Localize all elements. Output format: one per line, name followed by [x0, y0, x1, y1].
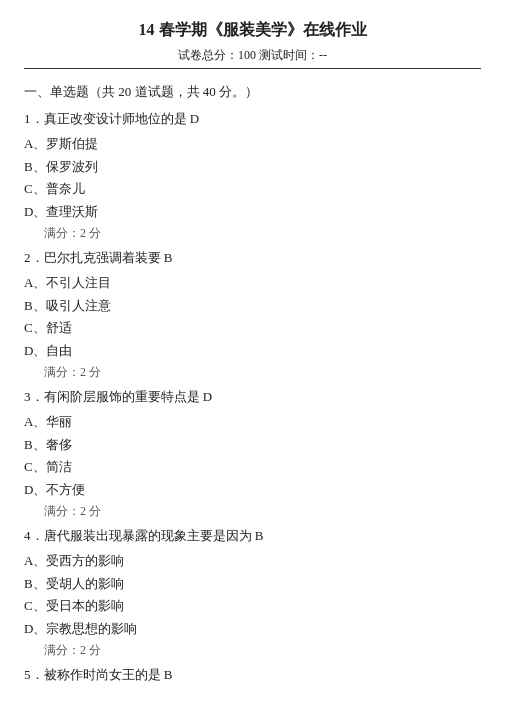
option-3-A: A、华丽: [24, 412, 481, 433]
option-2-D: D、自由: [24, 341, 481, 362]
question-block-2: 2．巴尔扎克强调着装要 BA、不引人注目B、吸引人注意C、舒适D、自由满分：2 …: [24, 248, 481, 381]
option-4-A: A、受西方的影响: [24, 551, 481, 572]
question-block-5: 5．被称作时尚女王的是 B: [24, 665, 481, 686]
option-4-D: D、宗教思想的影响: [24, 619, 481, 640]
question-block-3: 3．有闲阶层服饰的重要特点是 DA、华丽B、奢侈C、简洁D、不方便满分：2 分: [24, 387, 481, 520]
question-block-1: 1．真正改变设计师地位的是 DA、罗斯伯提B、保罗波列C、普奈儿D、查理沃斯满分…: [24, 109, 481, 242]
option-2-C: C、舒适: [24, 318, 481, 339]
page-title: 14 春学期《服装美学》在线作业: [24, 20, 481, 41]
question-text-5: 5．被称作时尚女王的是 B: [24, 665, 481, 686]
option-3-D: D、不方便: [24, 480, 481, 501]
option-1-C: C、普奈儿: [24, 179, 481, 200]
question-text-2: 2．巴尔扎克强调着装要 B: [24, 248, 481, 269]
option-4-C: C、受日本的影响: [24, 596, 481, 617]
option-1-A: A、罗斯伯提: [24, 134, 481, 155]
question-block-4: 4．唐代服装出现暴露的现象主要是因为 BA、受西方的影响B、受胡人的影响C、受日…: [24, 526, 481, 659]
score-line-2: 满分：2 分: [44, 364, 481, 381]
option-2-A: A、不引人注目: [24, 273, 481, 294]
score-line-3: 满分：2 分: [44, 503, 481, 520]
option-3-B: B、奢侈: [24, 435, 481, 456]
score-line-4: 满分：2 分: [44, 642, 481, 659]
section-header: 一、单选题（共 20 道试题，共 40 分。）: [24, 83, 481, 101]
score-line-1: 满分：2 分: [44, 225, 481, 242]
option-3-C: C、简洁: [24, 457, 481, 478]
meta-line: 试卷总分：100 测试时间：--: [24, 47, 481, 69]
question-text-1: 1．真正改变设计师地位的是 D: [24, 109, 481, 130]
question-text-3: 3．有闲阶层服饰的重要特点是 D: [24, 387, 481, 408]
option-1-B: B、保罗波列: [24, 157, 481, 178]
option-1-D: D、查理沃斯: [24, 202, 481, 223]
option-4-B: B、受胡人的影响: [24, 574, 481, 595]
option-2-B: B、吸引人注意: [24, 296, 481, 317]
question-text-4: 4．唐代服装出现暴露的现象主要是因为 B: [24, 526, 481, 547]
